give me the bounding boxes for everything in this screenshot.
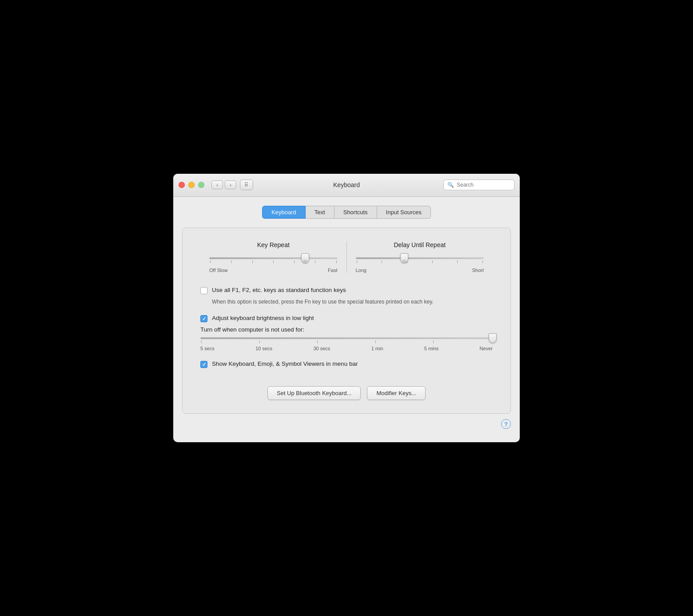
fn-keys-subtext: When this option is selected, press the …: [212, 298, 493, 306]
brightness-label-2: 30 secs: [313, 346, 330, 351]
brightness-label-5: Never: [480, 346, 493, 351]
minimize-button[interactable]: [188, 182, 195, 188]
brightness-slider-section: Turn off when computer is not used for:: [200, 326, 493, 351]
delay-repeat-label: Delay Until Repeat: [394, 241, 446, 248]
search-box[interactable]: 🔍: [443, 180, 514, 190]
tick: [357, 260, 357, 263]
key-repeat-slider-container[interactable]: [209, 257, 338, 263]
tick: [317, 340, 318, 343]
help-button[interactable]: ?: [501, 419, 511, 429]
key-repeat-label: Key Repeat: [257, 241, 290, 248]
fn-keys-row: Use all F1, F2, etc. keys as standard fu…: [200, 286, 493, 295]
brightness-label-4: 5 mins: [424, 346, 438, 351]
tab-input-sources[interactable]: Input Sources: [377, 206, 431, 219]
tick: [375, 340, 376, 343]
nav-buttons: ‹ ›: [211, 180, 236, 189]
tick: [201, 340, 202, 343]
key-repeat-track: [209, 257, 338, 259]
brightness-label-1: 10 secs: [255, 346, 272, 351]
action-buttons: Set Up Bluetooth Keyboard... Modifier Ke…: [200, 386, 493, 400]
window-title: Keyboard: [333, 181, 360, 188]
tick: [259, 340, 260, 343]
brightness-ticks: [200, 340, 493, 343]
delay-repeat-labels: Long Short: [356, 268, 484, 273]
content-area: Keyboard Text Shortcuts Input Sources Ke…: [173, 197, 520, 442]
brightness-label-3: 1 min: [371, 346, 383, 351]
delay-repeat-thumb[interactable]: [400, 253, 408, 263]
tick: [432, 260, 433, 263]
forward-button[interactable]: ›: [225, 180, 236, 189]
tick: [273, 260, 274, 263]
tab-keyboard[interactable]: Keyboard: [262, 206, 306, 219]
fn-keys-checkbox[interactable]: [200, 287, 207, 294]
delay-repeat-group: Delay Until Repeat: [347, 241, 493, 273]
delay-repeat-left-label: Long: [356, 268, 366, 273]
search-icon: 🔍: [447, 182, 454, 188]
brightness-time-labels: 5 secs 10 secs 30 secs 1 min 5 mins Neve…: [200, 346, 493, 351]
tick: [433, 340, 434, 343]
brightness-thumb[interactable]: [489, 333, 497, 343]
search-input[interactable]: [457, 182, 510, 188]
delay-repeat-ticks: [356, 260, 484, 263]
tick: [252, 260, 253, 263]
brightness-track: [200, 337, 493, 339]
tick: [336, 260, 337, 263]
brightness-label: Adjust keyboard brightness in low light: [212, 314, 314, 323]
traffic-lights: [179, 182, 204, 188]
fn-keys-label: Use all F1, F2, etc. keys as standard fu…: [212, 286, 346, 295]
key-repeat-right-label: Fast: [328, 268, 337, 273]
sliders-row: Key Repeat: [200, 241, 493, 273]
show-viewers-row: Show Keyboard, Emoji, & Symbol Viewers i…: [200, 360, 493, 368]
back-button[interactable]: ‹: [211, 180, 223, 189]
titlebar: ‹ › ⠿ Keyboard 🔍: [173, 174, 520, 197]
tick: [482, 260, 483, 263]
delay-repeat-slider-container[interactable]: [356, 257, 484, 263]
close-button[interactable]: [179, 182, 185, 188]
delay-repeat-right-label: Short: [472, 268, 484, 273]
key-repeat-labels: Off Slow Fast: [209, 268, 338, 273]
brightness-turn-off-label: Turn off when computer is not used for:: [200, 326, 493, 333]
key-repeat-ticks: [209, 260, 338, 263]
key-repeat-thumb[interactable]: [301, 253, 309, 263]
keyboard-preferences-window: ‹ › ⠿ Keyboard 🔍 Keyboard Text Shortcuts…: [173, 174, 520, 442]
tick: [294, 260, 295, 263]
tick: [382, 260, 382, 263]
tick: [231, 260, 231, 263]
key-repeat-left-label: Off Slow: [209, 268, 227, 273]
show-viewers-checkbox[interactable]: [200, 361, 207, 368]
tick: [457, 260, 458, 263]
grid-button[interactable]: ⠿: [240, 180, 253, 190]
tab-shortcuts[interactable]: Shortcuts: [335, 206, 377, 219]
tab-text[interactable]: Text: [306, 206, 335, 219]
settings-panel: Key Repeat: [182, 228, 511, 414]
help-row: ?: [173, 414, 520, 429]
modifier-keys-button[interactable]: Modifier Keys...: [367, 386, 426, 400]
maximize-button[interactable]: [198, 182, 204, 188]
brightness-checkbox-row: Adjust keyboard brightness in low light: [200, 314, 493, 323]
tab-bar: Keyboard Text Shortcuts Input Sources: [173, 206, 520, 219]
key-repeat-group: Key Repeat: [200, 241, 347, 273]
delay-repeat-track: [356, 257, 484, 259]
tick: [210, 260, 211, 263]
tick: [315, 260, 315, 263]
brightness-slider-container[interactable]: [200, 337, 493, 343]
brightness-label-0: 5 secs: [200, 346, 215, 351]
show-viewers-label: Show Keyboard, Emoji, & Symbol Viewers i…: [212, 360, 358, 368]
bluetooth-keyboard-button[interactable]: Set Up Bluetooth Keyboard...: [267, 386, 361, 400]
brightness-checkbox[interactable]: [200, 315, 207, 322]
